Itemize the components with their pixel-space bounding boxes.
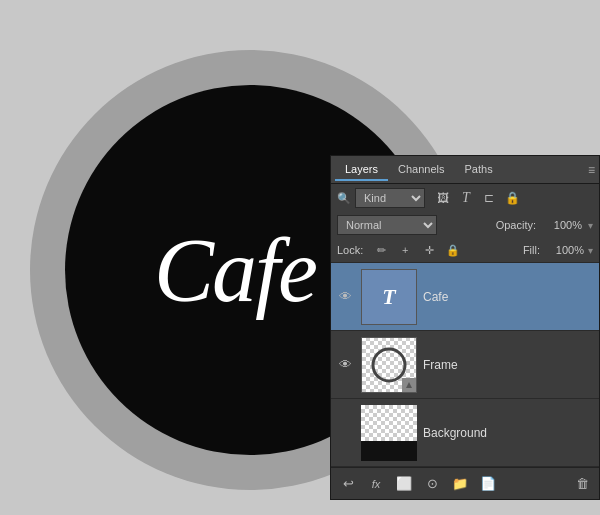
cafe-text: Cafe [154, 219, 316, 322]
search-icon: 🔍 [337, 192, 351, 205]
lock-label: Lock: [337, 244, 363, 256]
tab-channels[interactable]: Channels [388, 159, 454, 181]
layers-panel: Layers Channels Paths ≡ 🔍 Kind 🖼 T ⊏ 🔒 N… [330, 155, 600, 500]
lock-filter-icon-btn[interactable]: 🔒 [502, 188, 522, 208]
layer-name-frame: Frame [423, 358, 595, 372]
layer-item-cafe[interactable]: 👁 T Cafe [331, 263, 599, 331]
kind-select[interactable]: Kind [355, 188, 425, 208]
lock-pixels-btn[interactable]: ✏ [371, 241, 391, 259]
opacity-arrow: ▾ [588, 220, 593, 231]
svg-point-0 [373, 349, 405, 381]
layer-item-frame[interactable]: 👁 Frame [331, 331, 599, 399]
adjustment-btn[interactable]: ⊙ [421, 473, 443, 495]
text-icon-btn[interactable]: T [456, 188, 476, 208]
lock-row: Lock: ✏ + ✛ 🔒 Fill: 100% ▾ [331, 238, 599, 263]
image-icon-btn[interactable]: 🖼 [433, 188, 453, 208]
bg-dark-area [361, 441, 417, 461]
lock-move-btn[interactable]: ✛ [419, 241, 439, 259]
layer-name-cafe: Cafe [423, 290, 595, 304]
shape-icon-btn[interactable]: ⊏ [479, 188, 499, 208]
panel-bottom-toolbar: ↩ fx ⬜ ⊙ 📁 📄 🗑 [331, 467, 599, 499]
delete-layer-btn[interactable]: 🗑 [571, 473, 593, 495]
fill-arrow: ▾ [588, 245, 593, 256]
tab-layers[interactable]: Layers [335, 159, 388, 181]
tab-paths[interactable]: Paths [455, 159, 503, 181]
opacity-value[interactable]: 100% [542, 219, 582, 231]
new-layer-btn[interactable]: 📄 [477, 473, 499, 495]
panel-search-row: 🔍 Kind 🖼 T ⊏ 🔒 [331, 184, 599, 212]
layer-item-background[interactable]: 👁 Background [331, 399, 599, 467]
lock-all-btn[interactable]: 🔒 [443, 241, 463, 259]
layer-name-bg: Background [423, 426, 595, 440]
layer-thumb-cafe: T [361, 269, 417, 325]
fx-btn[interactable]: fx [365, 473, 387, 495]
blend-mode-row: Normal Multiply Screen Opacity: 100% ▾ [331, 212, 599, 238]
fill-label: Fill: [523, 244, 540, 256]
layer-visibility-frame[interactable]: 👁 [335, 357, 355, 372]
layer-visibility-cafe[interactable]: 👁 [335, 289, 355, 304]
blend-mode-select[interactable]: Normal Multiply Screen [337, 215, 437, 235]
opacity-label: Opacity: [496, 219, 536, 231]
panel-icons-row: 🖼 T ⊏ 🔒 [433, 188, 522, 208]
layer-thumb-frame [361, 337, 417, 393]
add-mask-btn[interactable]: ⬜ [393, 473, 415, 495]
fill-value[interactable]: 100% [544, 244, 584, 256]
link-layers-btn[interactable]: ↩ [337, 473, 359, 495]
layers-list: 👁 T Cafe 👁 Frame 👁 [331, 263, 599, 467]
layer-thumb-bg [361, 405, 417, 461]
lock-gradient-btn[interactable]: + [395, 241, 415, 259]
text-layer-icon: T [382, 284, 395, 310]
panel-menu-icon[interactable]: ≡ [588, 163, 595, 177]
new-group-btn[interactable]: 📁 [449, 473, 471, 495]
panel-tabs: Layers Channels Paths ≡ [331, 156, 599, 184]
